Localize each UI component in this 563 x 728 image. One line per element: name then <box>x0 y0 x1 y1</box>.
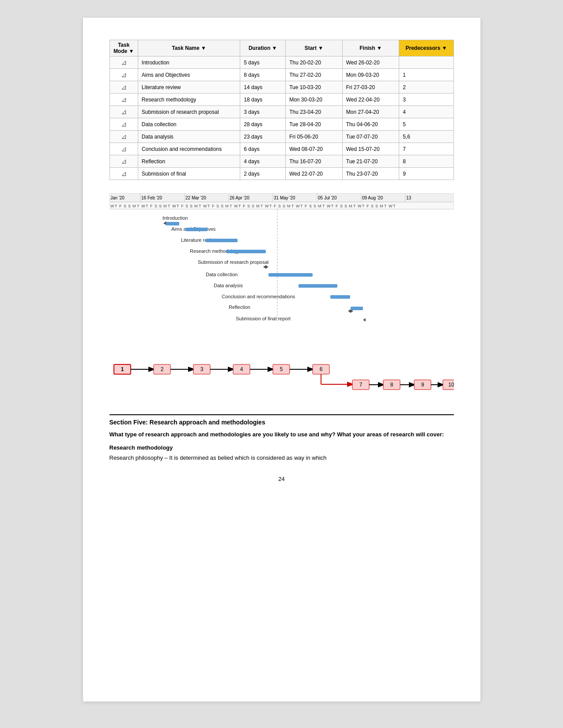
svg-text:22 Mar '20: 22 Mar '20 <box>185 195 206 200</box>
body-text: Research philosophy – It is determined a… <box>110 454 454 463</box>
th-finish[interactable]: Finish ▼ <box>342 40 399 56</box>
task-duration-cell: 6 days <box>240 143 286 155</box>
task-mode-cell: ⊿ <box>110 143 138 155</box>
svg-rect-99 <box>330 295 350 299</box>
svg-text:S: S <box>252 204 254 208</box>
task-name-cell: Conclusion and recommendations <box>138 143 240 155</box>
svg-text:F: F <box>212 204 215 208</box>
svg-text:S: S <box>128 204 131 208</box>
svg-text:T: T <box>115 204 117 208</box>
svg-text:T: T <box>230 204 232 208</box>
svg-text:S: S <box>375 204 378 208</box>
task-start-cell: Thu 16-07-20 <box>286 155 343 168</box>
task-mode-cell: ⊿ <box>110 106 138 118</box>
svg-text:S: S <box>344 204 347 208</box>
task-duration-cell: 23 days <box>240 131 286 143</box>
svg-text:W: W <box>203 204 207 208</box>
svg-text:T: T <box>353 204 356 208</box>
svg-text:W: W <box>358 204 362 208</box>
network-diagram-svg: 1 2 3 4 5 6 <box>110 356 454 400</box>
task-duration-cell: 3 days <box>240 106 286 118</box>
task-name-cell: Data analysis <box>138 131 240 143</box>
task-finish-cell: Mon 09-03-20 <box>342 69 399 81</box>
task-finish-cell: Tue 21-07-20 <box>342 155 399 168</box>
methodology-heading: Research methodology <box>110 444 454 451</box>
table-row: ⊿ Conclusion and recommendations 6 days … <box>110 143 453 155</box>
svg-text:M: M <box>256 204 260 208</box>
table-row: ⊿ Data analysis 23 days Fri 05-06-20 Tue… <box>110 131 453 143</box>
svg-text:Reflection: Reflection <box>229 304 250 310</box>
svg-text:T: T <box>261 204 263 208</box>
svg-text:1: 1 <box>121 366 124 372</box>
task-predecessors-cell: 2 <box>399 81 453 94</box>
svg-text:W: W <box>141 204 145 208</box>
task-predecessors-cell: 5 <box>399 118 453 131</box>
svg-text:F: F <box>274 204 276 208</box>
task-predecessors-cell: 5,6 <box>399 131 453 143</box>
svg-text:16 Feb '20: 16 Feb '20 <box>141 195 162 200</box>
task-name-cell: Research methodology <box>138 94 240 106</box>
svg-text:8: 8 <box>390 382 393 388</box>
task-start-cell: Wed 22-07-20 <box>286 168 343 180</box>
task-mode-cell: ⊿ <box>110 69 138 81</box>
svg-text:Data collection: Data collection <box>206 272 238 277</box>
svg-text:M: M <box>349 204 352 208</box>
svg-text:F: F <box>336 204 338 208</box>
svg-rect-102 <box>351 307 363 310</box>
th-task-name[interactable]: Task Name ▼ <box>138 40 240 56</box>
svg-text:F: F <box>150 204 153 208</box>
task-name-cell: Submission of final <box>138 168 240 180</box>
th-start[interactable]: Start ▼ <box>286 40 343 56</box>
task-start-cell: Thu 27-02-20 <box>286 69 343 81</box>
svg-text:S: S <box>283 204 285 208</box>
th-task-mode[interactable]: Task Mode ▼ <box>110 40 138 56</box>
svg-text:F: F <box>367 204 369 208</box>
task-duration-cell: 28 days <box>240 118 286 131</box>
task-finish-cell: Tue 07-07-20 <box>342 131 399 143</box>
th-duration[interactable]: Duration ▼ <box>240 40 286 56</box>
task-name-cell: Aims and Objectives <box>138 69 240 81</box>
svg-text:S: S <box>340 204 343 208</box>
svg-marker-93 <box>263 265 268 269</box>
task-duration-cell: 8 days <box>240 69 286 81</box>
table-row: ⊿ Submission of research proposal 3 days… <box>110 106 453 118</box>
svg-rect-85 <box>166 222 179 225</box>
svg-text:T: T <box>384 204 387 208</box>
svg-text:T: T <box>331 204 334 208</box>
svg-text:M: M <box>225 204 229 208</box>
svg-text:W: W <box>327 204 331 208</box>
svg-text:Jan '20: Jan '20 <box>110 195 125 200</box>
svg-text:M: M <box>194 204 198 208</box>
task-mode-cell: ⊿ <box>110 131 138 143</box>
task-predecessors-cell: 1 <box>399 69 453 81</box>
th-predecessors[interactable]: Predecessors ▼ <box>399 40 453 56</box>
svg-text:S: S <box>278 204 281 208</box>
svg-text:S: S <box>190 204 193 208</box>
svg-text:10: 10 <box>448 382 454 388</box>
svg-text:09 Aug '20: 09 Aug '20 <box>362 195 383 200</box>
svg-text:W: W <box>296 204 300 208</box>
task-mode-cell: ⊿ <box>110 94 138 106</box>
svg-text:26 Apr '20: 26 Apr '20 <box>230 195 249 200</box>
task-duration-cell: 5 days <box>240 56 286 69</box>
svg-text:6: 6 <box>319 366 322 372</box>
svg-text:T: T <box>322 204 325 208</box>
table-row: ⊿ Data collection 28 days Tue 28-04-20 T… <box>110 118 453 131</box>
section-heading: Section Five: Research approach and meth… <box>110 414 454 426</box>
svg-text:T: T <box>177 204 179 208</box>
task-start-cell: Fri 05-06-20 <box>286 131 343 143</box>
task-duration-cell: 14 days <box>240 81 286 94</box>
svg-text:W: W <box>389 204 393 208</box>
svg-rect-89 <box>206 239 238 242</box>
svg-text:W: W <box>172 204 176 208</box>
gantt-chart-svg: Jan '20 16 Feb '20 22 Mar '20 26 Apr '20… <box>110 193 454 343</box>
svg-rect-95 <box>268 273 313 277</box>
svg-text:S: S <box>124 204 126 208</box>
table-row: ⊿ Aims and Objectives 8 days Thu 27-02-2… <box>110 69 453 81</box>
page: Task Mode ▼ Task Name ▼ Duration ▼ Start… <box>83 18 480 702</box>
svg-text:T: T <box>300 204 303 208</box>
table-row: ⊿ Introduction 5 days Thu 20-02-20 Wed 2… <box>110 56 453 69</box>
svg-text:13: 13 <box>406 195 412 200</box>
task-name-cell: Data collection <box>138 118 240 131</box>
network-diagram-section: 1 2 3 4 5 6 <box>110 356 454 401</box>
